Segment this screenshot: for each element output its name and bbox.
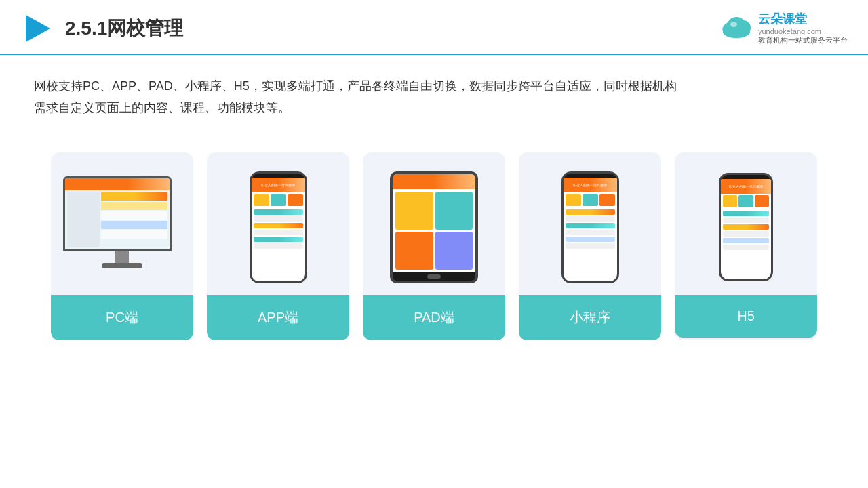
card-app: 职达人的第一堂兴趣课 — [207, 152, 349, 340]
tablet-top — [393, 174, 475, 189]
monitor-main — [101, 192, 167, 247]
brand-name: 云朵课堂 — [758, 12, 848, 27]
phone-row — [566, 243, 615, 249]
phone-grid — [252, 192, 305, 207]
monitor-body — [65, 190, 170, 249]
monitor-base — [102, 263, 142, 268]
phone-row — [723, 238, 769, 243]
grid-item — [738, 195, 753, 207]
phone-row — [723, 218, 769, 223]
description-text-2: 需求自定义页面上的内容、课程、功能模块等。 — [34, 101, 290, 115]
brand-text: 云朵课堂 yunduoketang.com 教育机构一站式服务云平台 — [758, 12, 848, 45]
phone-mockup-h5: 职达人的第一堂兴趣课 — [719, 173, 773, 281]
grid-item — [583, 194, 598, 206]
tablet-card — [395, 232, 433, 270]
monitor-sidebar — [67, 192, 100, 247]
h5-image-area: 职达人的第一堂兴趣课 — [675, 152, 817, 295]
card-label-pc: PC端 — [51, 295, 193, 340]
phone-row — [254, 230, 303, 235]
svg-marker-0 — [26, 15, 50, 42]
header-right: 云朵课堂 yunduoketang.com 教育机构一站式服务云平台 — [719, 12, 848, 45]
phone-body-mini — [564, 207, 617, 251]
card-label-h5: H5 — [675, 295, 817, 338]
card-miniapp: 职达人的第一堂兴趣课 — [519, 152, 661, 340]
monitor-row — [101, 211, 167, 220]
tablet-card — [395, 192, 433, 230]
phone-notch-mini — [580, 174, 600, 178]
description: 网校支持PC、APP、PAD、小程序、H5，实现多端打通，产品各终端自由切换，数… — [0, 55, 868, 126]
phone-row — [254, 237, 303, 242]
tablet-card — [435, 192, 473, 230]
cloud-icon — [719, 16, 754, 41]
monitor-screen — [63, 176, 172, 251]
tablet-mockup — [390, 171, 478, 283]
monitor-row — [101, 230, 167, 239]
phone-body — [252, 207, 305, 251]
logo-icon — [20, 12, 53, 45]
monitor-row — [101, 202, 167, 210]
monitor-row — [101, 221, 167, 229]
pc-image-area — [51, 152, 193, 295]
phone-row — [566, 216, 615, 222]
brand-url: yunduoketang.com — [758, 27, 848, 35]
card-h5: 职达人的第一堂兴趣课 — [675, 152, 817, 340]
svg-point-7 — [727, 17, 746, 36]
phone-grid-mini — [564, 192, 617, 207]
phone-top-text-mini: 职达人的第一堂兴趣课 — [573, 183, 607, 187]
brand-logo: 云朵课堂 yunduoketang.com 教育机构一站式服务云平台 — [719, 12, 848, 45]
monitor-content — [65, 178, 170, 249]
phone-mockup-mini: 职达人的第一堂兴趣课 — [561, 171, 619, 283]
phone-screen: 职达人的第一堂兴趣课 — [252, 178, 305, 281]
grid-item — [254, 194, 269, 206]
phone-row — [254, 216, 303, 222]
phone-row — [566, 223, 615, 228]
phone-row — [723, 231, 769, 237]
page-title: 2.5.1网校管理 — [65, 16, 183, 41]
phone-row — [566, 237, 615, 242]
pad-image-area — [363, 152, 505, 295]
phone-screen-h5: 职达人的第一堂兴趣课 — [721, 179, 771, 279]
phone-row — [566, 230, 615, 235]
phone-body-h5 — [721, 209, 771, 252]
card-pad: PAD端 — [363, 152, 505, 340]
tablet-card — [435, 232, 473, 270]
cards-container: PC端 职达人的第一堂兴趣课 — [0, 132, 868, 354]
phone-top: 职达人的第一堂兴趣课 — [252, 178, 305, 192]
description-text: 网校支持PC、APP、PAD、小程序、H5，实现多端打通，产品各终端自由切换，数… — [34, 79, 677, 93]
phone-row — [254, 209, 303, 215]
phone-row — [723, 224, 769, 230]
grid-item — [723, 195, 737, 207]
tablet-body — [393, 189, 475, 272]
grid-item — [288, 194, 303, 206]
pc-mockup — [63, 176, 182, 278]
card-pc: PC端 — [51, 152, 193, 340]
phone-notch-h5 — [736, 175, 756, 179]
monitor-stand — [115, 251, 129, 263]
monitor-top — [65, 178, 170, 190]
phone-top-text: 职达人的第一堂兴趣课 — [261, 183, 295, 187]
svg-point-8 — [730, 22, 737, 27]
tablet-home-btn — [427, 274, 441, 279]
phone-grid-h5 — [721, 194, 771, 209]
phone-row — [254, 243, 303, 249]
card-label-pad: PAD端 — [363, 295, 505, 340]
miniapp-image-area: 职达人的第一堂兴趣课 — [519, 152, 661, 295]
app-image-area: 职达人的第一堂兴趣课 — [207, 152, 349, 295]
phone-mockup-app: 职达人的第一堂兴趣课 — [250, 171, 307, 283]
phone-row — [723, 211, 769, 216]
grid-item — [755, 195, 769, 207]
phone-row — [254, 223, 303, 228]
phone-top-text-h5: 职达人的第一堂兴趣课 — [729, 184, 763, 188]
phone-row — [566, 209, 615, 215]
phone-screen-mini: 职达人的第一堂兴趣课 — [564, 178, 617, 281]
card-label-miniapp: 小程序 — [519, 295, 661, 340]
grid-item — [271, 194, 286, 206]
header: 2.5.1网校管理 云朵课堂 yunduoketang.com 教育机构一站式服… — [0, 0, 868, 55]
tablet-screen — [393, 174, 475, 272]
phone-top-mini: 职达人的第一堂兴趣课 — [564, 178, 617, 192]
grid-item — [566, 194, 581, 206]
phone-notch — [268, 174, 288, 178]
phone-top-h5: 职达人的第一堂兴趣课 — [721, 179, 771, 194]
phone-row — [723, 245, 769, 250]
brand-tagline: 教育机构一站式服务云平台 — [758, 35, 848, 45]
